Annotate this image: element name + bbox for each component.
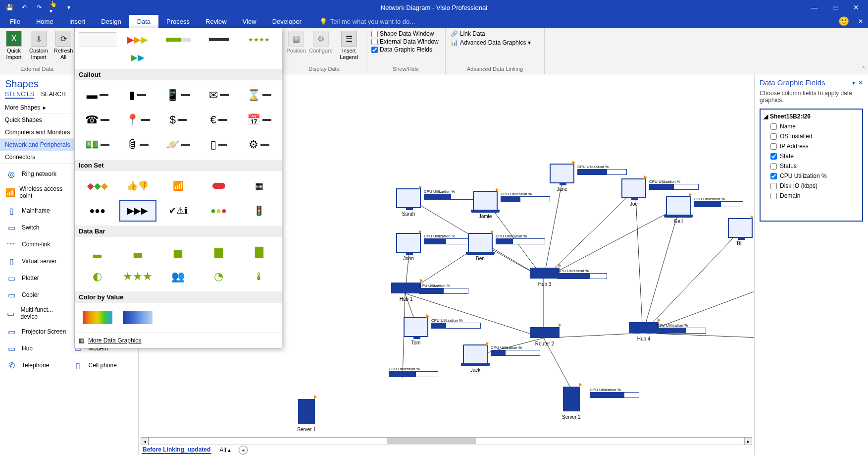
gallery-tile-chip[interactable]: ⚙ (240, 134, 278, 156)
tab-design[interactable]: Design (93, 15, 129, 28)
shape-data-window-checkbox[interactable]: Shape Data Window (369, 30, 436, 38)
insert-legend-button[interactable]: ☰Insert Legend (335, 30, 363, 61)
gallery-tile-people[interactable]: 👥 (159, 266, 197, 287)
pane-close-icon[interactable]: ✕ (858, 79, 863, 86)
gallery-tile-lights[interactable]: ●●● (200, 200, 238, 222)
shape-stencil-item[interactable]: ▯Virtual server (3, 254, 69, 269)
configure-button[interactable]: ⚙Configure (310, 30, 332, 55)
diagram-node-hub1[interactable]: CPU Utilization %Hub 1 (391, 283, 421, 302)
gallery-tile-bar3[interactable]: ▅ (159, 241, 197, 263)
diagram-node-tom[interactable]: CPU Utilization %Tom (404, 317, 428, 345)
gallery-tile-status[interactable]: ✔⚠ℹ (159, 200, 197, 222)
scroll-left-button[interactable]: ◂ (141, 437, 149, 445)
tab-data[interactable]: Data (129, 15, 158, 28)
gallery-tile-pin[interactable]: 📍 (119, 109, 157, 131)
gallery-tile-rainbow[interactable] (79, 307, 116, 329)
gallery-tile-calendar[interactable]: 📅 (240, 109, 278, 131)
minimize-button[interactable]: ― (808, 1, 821, 13)
gallery-tile-dollar[interactable]: $ (159, 109, 197, 131)
gallery-tile-hourglass[interactable]: ⌛ (240, 84, 278, 106)
shape-stencil-item[interactable]: ▭Plotter (3, 271, 69, 285)
shape-stencil-item[interactable]: ▭Projector Screen (3, 324, 69, 339)
sheet-all-dropdown[interactable]: All ▴ (219, 447, 231, 454)
gallery-tile-wifi[interactable]: 📶 (159, 175, 197, 197)
diagram-node-hub3[interactable]: CPU Utilization %Hub 3 (530, 268, 560, 287)
diagram-node-bill[interactable]: CPU Utilization %Bill (728, 218, 753, 246)
diagram-node-server2[interactable]: CPU Utilization %Server 2 (562, 387, 581, 420)
save-icon[interactable]: 💾 (5, 3, 14, 12)
diagram-node-joe[interactable]: CPU Utilization %Joe (621, 178, 646, 207)
gallery-tile-cash[interactable]: 💵 (79, 134, 116, 156)
scroll-thumb[interactable] (387, 438, 476, 444)
gallery-tile-gauge[interactable]: ◔ (200, 266, 238, 287)
add-sheet-button[interactable]: ＋ (239, 446, 248, 455)
gallery-tile-grid[interactable]: ▦ (240, 175, 278, 197)
field-checkbox-status[interactable]: Status (762, 161, 861, 171)
more-data-graphics-button[interactable]: ▦More Data Graphics (75, 333, 282, 348)
tab-review[interactable]: Review (198, 15, 235, 28)
field-checkbox-disk-io-kbps-[interactable]: Disk IO (kbps) (762, 181, 861, 191)
field-checkbox-ip-address[interactable]: IP Address (762, 141, 861, 151)
gallery-tile-call[interactable]: ☎ (79, 109, 116, 131)
diagram-node-router2[interactable]: Router 2 (530, 327, 560, 346)
shapes-tab-stencils[interactable]: STENCILS (5, 91, 34, 99)
fields-source-header[interactable]: ◢Sheet1$B2:I26 (762, 112, 861, 121)
close-doc-button[interactable]: ✕ (858, 18, 863, 25)
diagram-node-john[interactable]: CPU Utilization %John (396, 233, 421, 261)
shape-stencil-item[interactable]: 〰Comm-link (3, 237, 69, 252)
horizontal-scrollbar[interactable]: ◂ ▸ (141, 437, 752, 445)
diagram-node-ben[interactable]: CPU Utilization %Ben (468, 233, 493, 261)
diagram-node-jack[interactable]: CPU Utilization %Jack (463, 344, 488, 373)
gallery-tile-text[interactable] (200, 32, 238, 47)
gallery-tile-stars[interactable]: ★★★★ (240, 32, 278, 47)
gallery-tile-flags[interactable]: ▶▶▶ (119, 200, 157, 222)
close-window-button[interactable]: ✕ (849, 1, 863, 13)
restore-button[interactable]: ▭ (828, 1, 842, 13)
gallery-tile-phone[interactable]: 📱 (159, 84, 197, 106)
gallery-tile-euro[interactable]: € (200, 109, 238, 131)
gallery-tile-bar2[interactable]: ▃ (119, 241, 157, 263)
advanced-data-graphics-button[interactable]: 📊Advanced Data Graphics ▾ (449, 39, 533, 47)
gallery-tile-flags[interactable]: ▶▶▶ (119, 32, 157, 47)
gallery-tile-circles[interactable]: ●●● (79, 200, 116, 222)
tab-file[interactable]: File (2, 15, 28, 28)
field-checkbox-os-installed[interactable]: OS Installed (762, 131, 861, 141)
redo-icon[interactable]: ↷ (35, 3, 44, 12)
gallery-tile-mail[interactable]: ✉ (200, 84, 238, 106)
feedback-smiley-icon[interactable]: 🙂 (838, 16, 849, 27)
gallery-tile-flags2[interactable]: ▶▶ (119, 50, 157, 65)
shape-stencil-item[interactable]: ▯Mainframe (3, 203, 69, 218)
gallery-tile-bar5[interactable]: ▇ (240, 241, 278, 263)
gallery-tile-planet[interactable]: 🪐 (159, 134, 197, 156)
gallery-tile-toggles[interactable] (200, 175, 238, 197)
shape-stencil-item[interactable]: ▭Hub (3, 341, 69, 356)
gallery-tile-thumbs[interactable]: 👍👎 (119, 175, 157, 197)
shape-stencil-item[interactable]: ▭Copier (3, 287, 69, 302)
tab-home[interactable]: Home (28, 15, 61, 28)
diagram-node-sarah[interactable]: CPU Utilization %Sarah (396, 188, 421, 217)
data-graphic-fields-checkbox[interactable]: Data Graphic Fields (369, 46, 434, 54)
diagram-node-jamie[interactable]: CPU Utilization %Jamie (473, 191, 498, 219)
position-button[interactable]: ▦Position (285, 30, 307, 55)
diagram-node-hub4[interactable]: CPU Utilization %Hub 4 (629, 322, 659, 341)
scroll-track[interactable] (149, 437, 744, 445)
gallery-tile-database[interactable]: 🛢 (119, 134, 157, 156)
shape-stencil-item[interactable]: ✆Telephone (3, 358, 69, 373)
tab-process[interactable]: Process (158, 15, 198, 28)
tab-view[interactable]: View (235, 15, 264, 28)
gallery-tile-pie[interactable]: ◐ (79, 266, 116, 287)
custom-import-button[interactable]: ⇩Custom Import (28, 30, 50, 61)
field-checkbox-cpu-utilization-[interactable]: CPU Utilization % (762, 171, 861, 181)
gallery-tile-stoplight[interactable]: 🚦 (240, 200, 278, 222)
gallery-tile-text[interactable]: ▬ (79, 84, 116, 106)
tab-developer[interactable]: Developer (264, 15, 309, 28)
field-checkbox-domain[interactable]: Domain (762, 191, 861, 201)
diagram-node-jane[interactable]: CPU Utilization %Jane (550, 164, 574, 192)
field-checkbox-state[interactable]: State (762, 151, 861, 161)
external-data-window-checkbox[interactable]: External Data Window (369, 38, 441, 46)
pane-menu-icon[interactable]: ▾ (852, 79, 855, 86)
shapes-tab-search[interactable]: SEARCH (41, 91, 66, 99)
field-checkbox-name[interactable]: Name (762, 121, 861, 131)
shape-stencil-item[interactable]: ▯Cell phone (70, 358, 136, 373)
scroll-right-button[interactable]: ▸ (744, 437, 752, 445)
